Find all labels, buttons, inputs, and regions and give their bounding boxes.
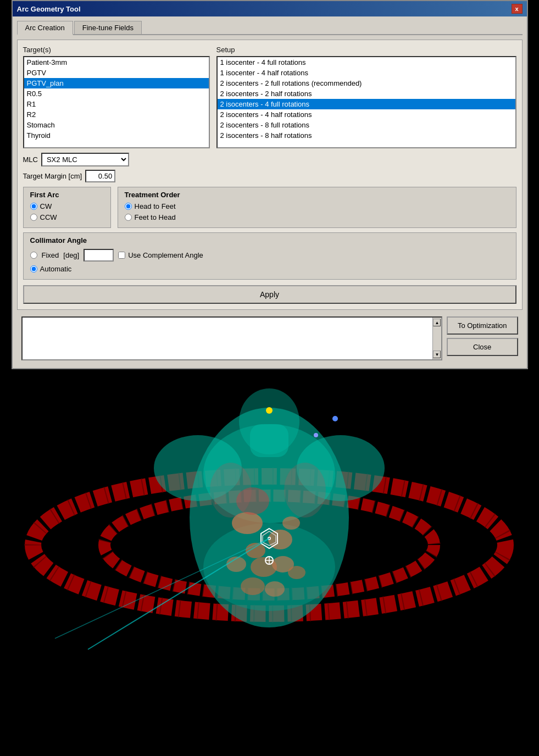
list-item[interactable]: 2 isocenters - 8 full rotations	[218, 120, 515, 130]
first-arc-ccw-label: CCW	[40, 213, 57, 221]
to-optimization-button[interactable]: To Optimization	[447, 316, 518, 335]
visualization-panel	[0, 369, 539, 677]
svg-point-19	[241, 577, 265, 595]
list-item[interactable]: 2 isocenters - 2 half rotations	[218, 88, 515, 99]
tab-arc-creation[interactable]: Arc Creation	[17, 21, 73, 35]
deg-label: [deg]	[63, 251, 79, 259]
list-item[interactable]: R1	[24, 99, 209, 109]
first-arc-cw-radio[interactable]	[30, 203, 37, 210]
viz-canvas	[0, 369, 539, 677]
svg-point-38	[314, 433, 318, 437]
3d-scene-svg	[0, 369, 539, 677]
first-arc-cw-label: CW	[40, 202, 52, 210]
collimator-auto-row: Automatic	[30, 265, 509, 273]
collimator-fixed-radio[interactable]	[30, 252, 37, 259]
list-item[interactable]: PGTV	[24, 68, 209, 78]
arc-geometry-dialog: Arc Geometry Tool x Arc Creation Fine-tu…	[12, 0, 528, 369]
svg-point-16	[282, 516, 300, 530]
tab-fine-tune[interactable]: Fine-tune Fields	[74, 21, 142, 34]
list-item[interactable]: 2 isocenters - 2 full rotations (recomme…	[218, 78, 515, 88]
collimator-title: Collimator Angle	[30, 236, 509, 244]
bottom-area: ▲ ▼ To Optimization Close	[17, 313, 523, 364]
mlc-select[interactable]: SX2 MLC HD MLC Millennium MLC	[41, 153, 129, 166]
list-item[interactable]: R0.5	[24, 88, 209, 99]
targets-label: Target(s)	[23, 46, 210, 54]
collimator-fixed-row: Fixed [deg] Use Complement Angle	[30, 249, 509, 262]
treatment-order-fth-radio[interactable]	[125, 214, 132, 221]
collimator-auto-label: Automatic	[40, 265, 72, 273]
first-arc-ccw-row: CCW	[30, 213, 104, 221]
setup-column: Setup 1 isocenter - 4 full rotations 1 i…	[216, 46, 516, 148]
mlc-label: MLC	[23, 155, 38, 164]
dialog-content: Arc Creation Fine-tune Fields Target(s) …	[13, 16, 527, 368]
list-item[interactable]: Patient-3mm	[24, 57, 209, 68]
margin-label: Target Margin [cm]	[23, 172, 82, 180]
collimator-section: Collimator Angle Fixed [deg] Use Complem…	[23, 232, 516, 280]
list-item[interactable]: Stomach	[24, 120, 209, 130]
targets-column: Target(s) Patient-3mm PGTV PGTV_plan R0.…	[23, 46, 210, 148]
treatment-order-htf-label: Head to Feet	[135, 202, 176, 210]
list-item[interactable]: 2 isocenters - 8 half rotations	[218, 130, 515, 141]
side-buttons: To Optimization Close	[447, 316, 518, 360]
list-item[interactable]: 1 isocenter - 4 half rotations	[218, 68, 515, 78]
dialog-titlebar: Arc Geometry Tool x	[13, 1, 527, 16]
list-item[interactable]: Thyroid	[24, 130, 209, 141]
complement-row: Use Complement Angle	[118, 251, 203, 259]
svg-point-36	[266, 407, 273, 414]
first-arc-title: First Arc	[30, 191, 104, 199]
svg-point-24	[210, 463, 252, 518]
first-arc-ccw-radio[interactable]	[30, 214, 37, 221]
svg-point-25	[284, 463, 326, 518]
treatment-order-title: Treatment Order	[125, 191, 509, 199]
treatment-order-htf-radio[interactable]	[125, 203, 132, 210]
setup-label: Setup	[216, 46, 516, 54]
targets-listbox[interactable]: Patient-3mm PGTV PGTV_plan R0.5 R1 R2 St…	[23, 56, 210, 148]
svg-point-37	[332, 416, 338, 421]
treatment-order-fth-label: Feet to Head	[135, 213, 176, 221]
deg-input[interactable]	[84, 249, 114, 262]
log-box: ▲ ▼	[21, 316, 442, 360]
dialog-title: Arc Geometry Tool	[17, 5, 81, 13]
complement-checkbox[interactable]	[118, 252, 125, 259]
list-item[interactable]: 2 isocenters - 4 half rotations	[218, 109, 515, 120]
treatment-order-fth-row: Feet to Head	[125, 213, 509, 221]
margin-input[interactable]	[85, 170, 115, 182]
margin-row: Target Margin [cm]	[23, 170, 516, 182]
list-item[interactable]: PGTV_plan	[24, 78, 209, 88]
list-item[interactable]: 2 isocenters - 4 full rotations	[218, 99, 515, 109]
dialog-close-button[interactable]: x	[512, 4, 523, 14]
scroll-up-button[interactable]: ▲	[433, 319, 441, 326]
collimator-fixed-fixed-row: Fixed	[30, 251, 59, 259]
svg-point-20	[265, 581, 285, 597]
treatment-order-htf-row: Head to Feet	[125, 202, 509, 210]
mlc-row: MLC SX2 MLC HD MLC Millennium MLC	[23, 153, 516, 166]
scroll-down-button[interactable]: ▼	[433, 351, 441, 358]
setup-listbox[interactable]: 1 isocenter - 4 full rotations 1 isocent…	[216, 56, 516, 148]
collimator-fixed-label: Fixed	[42, 251, 59, 259]
svg-point-21	[288, 566, 305, 579]
tab-bar: Arc Creation Fine-tune Fields	[17, 21, 523, 35]
log-scrollbar: ▲ ▼	[432, 318, 441, 359]
complement-label: Use Complement Angle	[128, 251, 203, 259]
list-item[interactable]: 1 isocenter - 4 full rotations	[218, 57, 515, 68]
arc-order-row: First Arc CW CCW Treatment Order	[23, 187, 516, 228]
targets-setup-row: Target(s) Patient-3mm PGTV PGTV_plan R0.…	[23, 46, 516, 148]
collimator-auto-radio[interactable]	[30, 265, 37, 273]
close-button[interactable]: Close	[447, 338, 518, 356]
first-arc-box: First Arc CW CCW	[23, 187, 111, 228]
first-arc-cw-row: CW	[30, 202, 104, 210]
apply-button[interactable]: Apply	[23, 285, 516, 304]
treatment-order-box: Treatment Order Head to Feet Feet to Hea…	[118, 187, 516, 228]
main-panel: Target(s) Patient-3mm PGTV PGTV_plan R0.…	[17, 40, 523, 310]
list-item[interactable]: R2	[24, 109, 209, 120]
